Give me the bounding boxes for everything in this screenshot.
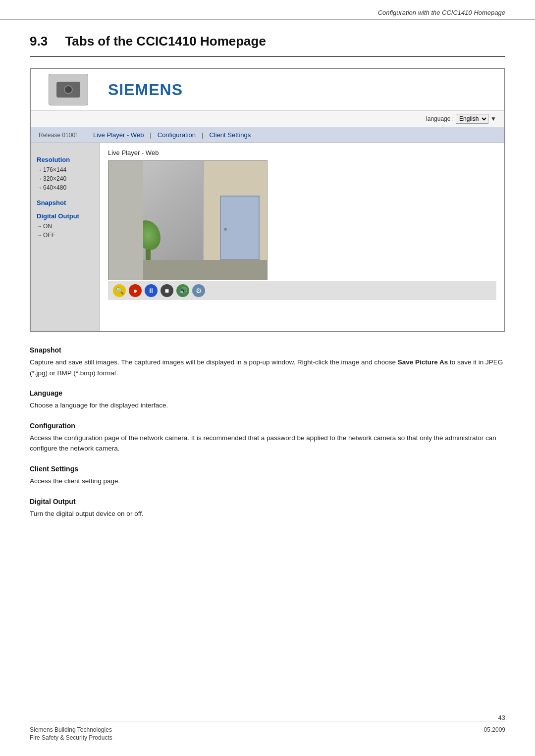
camera-scene: (TCP-AV) 2009/02/17 14:22:44 [108,161,267,280]
desc-language-body: Choose a language for the displayed inte… [30,400,505,411]
language-label: language : [426,115,454,122]
desc-client-settings: Client Settings Access the client settin… [30,465,505,487]
camera-icon-box [49,74,88,105]
footer-left: Siemens Building Technologies Fire Safet… [30,726,112,741]
arrow-icon-4: → [37,223,42,229]
arrow-icon-2: → [37,176,42,182]
desc-client-settings-body: Access the client setting page. [30,476,505,487]
sidebar-item-on[interactable]: → ON [37,222,94,231]
door-handle [224,228,227,231]
page-number: 43 [498,714,505,721]
page-footer: Siemens Building Technologies Fire Safet… [30,721,505,741]
live-player-title: Live Player - Web [108,149,496,156]
record-button[interactable]: ● [129,284,142,297]
sidebar-on: ON [43,223,52,230]
desc-language: Language Choose a language for the displ… [30,389,505,411]
sidebar-item-off[interactable]: → OFF [37,231,94,240]
scene-door [220,196,260,260]
ui-screenshot: SIEMENS language : English ▼ Release 010… [30,68,505,332]
page-header: Configuration with the CCIC1410 Homepage [0,0,535,20]
nav-client-settings[interactable]: Client Settings [209,131,251,139]
sidebar-off: OFF [43,232,55,239]
desc-digital-output-title: Digital Output [30,498,505,505]
desc-language-title: Language [30,389,505,397]
search-button[interactable]: 🔍 [113,284,126,297]
arrow-icon-5: → [37,232,42,238]
desc-configuration-title: Configuration [30,422,505,430]
release-label: Release 0100f [39,132,93,139]
dropdown-arrow-icon: ▼ [490,115,496,122]
footer-company-line2: Fire Safety & Security Products [30,734,112,741]
arrow-icon-1: → [37,167,42,173]
nav-links: Live Player - Web | Configuration | Clie… [93,131,251,139]
controls-bar: 🔍 ● ⏸ ■ 🔊 ⚙ [108,281,496,300]
nav-separator-1: | [150,131,151,139]
pause-button[interactable]: ⏸ [145,284,158,297]
desc-snapshot: Snapshot Capture and save still images. … [30,346,505,378]
ui-sidebar: Resolution → 176×144 → 320×240 → 640×480… [31,143,100,331]
arrow-icon-3: → [37,185,42,191]
desc-configuration-body: Access the configuration page of the net… [30,433,505,454]
stop-button[interactable]: ■ [160,284,173,297]
sidebar-item-320[interactable]: → 320×240 [37,174,94,183]
video-container: (TCP-AV) 2009/02/17 14:22:44 [108,160,268,280]
camera-lens [64,85,73,94]
sidebar-digital-output-label[interactable]: Digital Output [37,212,94,220]
section-title: Tabs of the CCIC1410 Homepage [65,34,266,49]
siemens-brand-name: SIEMENS [108,81,496,99]
header-text: Configuration with the CCIC1410 Homepage [378,9,505,16]
siemens-brand-area: SIEMENS [98,81,496,99]
sidebar-snapshot-label[interactable]: Snapshot [37,199,94,206]
sidebar-resolution-label[interactable]: Resolution [37,156,94,163]
ui-main-panel: Live Player - Web (TCP-AV) 2009/02/17 14… [100,143,504,331]
nav-bar: Release 0100f Live Player - Web | Config… [31,127,504,143]
desc-digital-output: Digital Output Turn the digital output d… [30,498,505,519]
sidebar-res-176: 176×144 [43,166,66,173]
language-select[interactable]: English [456,114,488,124]
camera-body [56,82,80,98]
sidebar-item-176[interactable]: → 176×144 [37,165,94,174]
main-content: 9.3 Tabs of the CCIC1410 Homepage SIEMEN… [0,20,535,519]
desc-configuration: Configuration Access the configuration p… [30,422,505,454]
footer-company-line1: Siemens Building Technologies [30,726,112,733]
siemens-logo-area [39,74,98,105]
language-row: language : English ▼ [31,111,504,127]
desc-client-settings-title: Client Settings [30,465,505,473]
nav-separator-2: | [202,131,203,139]
settings-button[interactable]: ⚙ [192,284,205,297]
sidebar-res-640: 640×480 [43,184,66,191]
sidebar-item-640[interactable]: → 640×480 [37,183,94,192]
ui-content: Resolution → 176×144 → 320×240 → 640×480… [31,143,504,331]
sidebar-res-320: 320×240 [43,175,66,182]
footer-date: 05.2009 [484,726,505,733]
desc-snapshot-title: Snapshot [30,346,505,354]
section-number: 9.3 [30,34,48,49]
section-heading: 9.3 Tabs of the CCIC1410 Homepage [30,20,505,57]
scene-left-wall [108,161,143,280]
desc-snapshot-body: Capture and save still images. The captu… [30,357,505,378]
sound-button[interactable]: 🔊 [176,284,189,297]
nav-configuration[interactable]: Configuration [158,131,196,139]
desc-digital-output-body: Turn the digital output device on or off… [30,508,505,519]
nav-live-player[interactable]: Live Player - Web [93,131,144,139]
siemens-header: SIEMENS [31,69,504,111]
